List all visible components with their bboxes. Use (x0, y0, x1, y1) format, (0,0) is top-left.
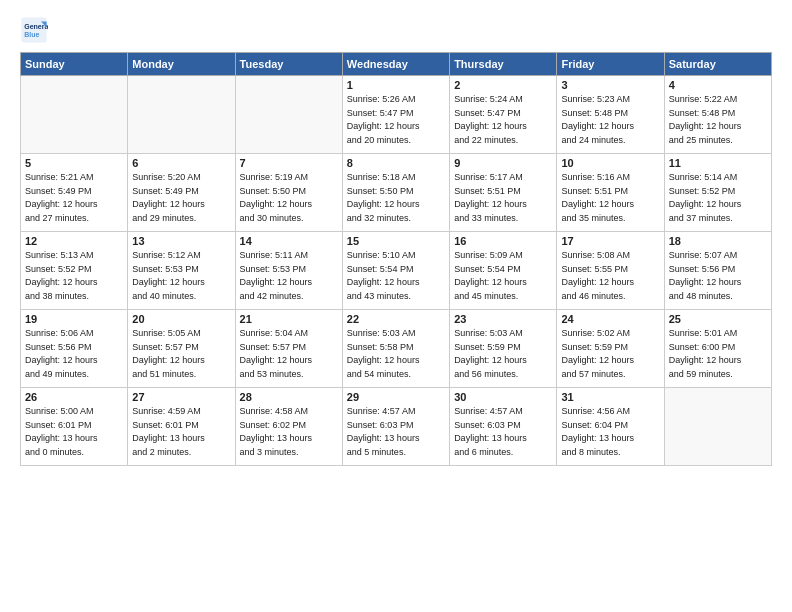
calendar-cell: 20Sunrise: 5:05 AM Sunset: 5:57 PM Dayli… (128, 310, 235, 388)
calendar-cell: 16Sunrise: 5:09 AM Sunset: 5:54 PM Dayli… (450, 232, 557, 310)
calendar-cell: 1Sunrise: 5:26 AM Sunset: 5:47 PM Daylig… (342, 76, 449, 154)
day-info: Sunrise: 4:59 AM Sunset: 6:01 PM Dayligh… (132, 405, 230, 459)
calendar-cell: 29Sunrise: 4:57 AM Sunset: 6:03 PM Dayli… (342, 388, 449, 466)
day-info: Sunrise: 4:57 AM Sunset: 6:03 PM Dayligh… (347, 405, 445, 459)
calendar-cell: 10Sunrise: 5:16 AM Sunset: 5:51 PM Dayli… (557, 154, 664, 232)
day-number: 22 (347, 313, 445, 325)
day-info: Sunrise: 5:17 AM Sunset: 5:51 PM Dayligh… (454, 171, 552, 225)
weekday-header: Wednesday (342, 53, 449, 76)
day-info: Sunrise: 5:26 AM Sunset: 5:47 PM Dayligh… (347, 93, 445, 147)
calendar-cell: 24Sunrise: 5:02 AM Sunset: 5:59 PM Dayli… (557, 310, 664, 388)
day-info: Sunrise: 5:09 AM Sunset: 5:54 PM Dayligh… (454, 249, 552, 303)
day-info: Sunrise: 5:04 AM Sunset: 5:57 PM Dayligh… (240, 327, 338, 381)
day-number: 3 (561, 79, 659, 91)
calendar-cell: 2Sunrise: 5:24 AM Sunset: 5:47 PM Daylig… (450, 76, 557, 154)
day-info: Sunrise: 5:13 AM Sunset: 5:52 PM Dayligh… (25, 249, 123, 303)
day-number: 18 (669, 235, 767, 247)
day-info: Sunrise: 4:58 AM Sunset: 6:02 PM Dayligh… (240, 405, 338, 459)
day-number: 29 (347, 391, 445, 403)
calendar-cell: 13Sunrise: 5:12 AM Sunset: 5:53 PM Dayli… (128, 232, 235, 310)
day-info: Sunrise: 5:03 AM Sunset: 5:59 PM Dayligh… (454, 327, 552, 381)
day-info: Sunrise: 5:20 AM Sunset: 5:49 PM Dayligh… (132, 171, 230, 225)
day-number: 1 (347, 79, 445, 91)
calendar-cell (664, 388, 771, 466)
calendar-cell (235, 76, 342, 154)
day-info: Sunrise: 5:24 AM Sunset: 5:47 PM Dayligh… (454, 93, 552, 147)
logo-icon: General Blue (20, 16, 48, 44)
day-info: Sunrise: 5:21 AM Sunset: 5:49 PM Dayligh… (25, 171, 123, 225)
day-number: 24 (561, 313, 659, 325)
day-number: 12 (25, 235, 123, 247)
weekday-header: Saturday (664, 53, 771, 76)
day-number: 5 (25, 157, 123, 169)
day-number: 6 (132, 157, 230, 169)
calendar-cell: 3Sunrise: 5:23 AM Sunset: 5:48 PM Daylig… (557, 76, 664, 154)
day-number: 25 (669, 313, 767, 325)
day-info: Sunrise: 5:23 AM Sunset: 5:48 PM Dayligh… (561, 93, 659, 147)
calendar-cell: 11Sunrise: 5:14 AM Sunset: 5:52 PM Dayli… (664, 154, 771, 232)
svg-rect-0 (21, 17, 46, 42)
day-number: 14 (240, 235, 338, 247)
day-info: Sunrise: 5:12 AM Sunset: 5:53 PM Dayligh… (132, 249, 230, 303)
day-info: Sunrise: 5:16 AM Sunset: 5:51 PM Dayligh… (561, 171, 659, 225)
day-info: Sunrise: 5:05 AM Sunset: 5:57 PM Dayligh… (132, 327, 230, 381)
calendar-cell: 26Sunrise: 5:00 AM Sunset: 6:01 PM Dayli… (21, 388, 128, 466)
day-info: Sunrise: 5:00 AM Sunset: 6:01 PM Dayligh… (25, 405, 123, 459)
weekday-header: Monday (128, 53, 235, 76)
page-container: General Blue SundayMondayTuesdayWednesda… (0, 0, 792, 476)
calendar-cell: 15Sunrise: 5:10 AM Sunset: 5:54 PM Dayli… (342, 232, 449, 310)
day-info: Sunrise: 5:07 AM Sunset: 5:56 PM Dayligh… (669, 249, 767, 303)
day-number: 9 (454, 157, 552, 169)
day-number: 7 (240, 157, 338, 169)
day-number: 27 (132, 391, 230, 403)
day-info: Sunrise: 5:14 AM Sunset: 5:52 PM Dayligh… (669, 171, 767, 225)
calendar-cell: 30Sunrise: 4:57 AM Sunset: 6:03 PM Dayli… (450, 388, 557, 466)
svg-text:Blue: Blue (24, 31, 39, 38)
calendar-table: SundayMondayTuesdayWednesdayThursdayFrid… (20, 52, 772, 466)
day-number: 16 (454, 235, 552, 247)
calendar-cell (21, 76, 128, 154)
day-info: Sunrise: 5:11 AM Sunset: 5:53 PM Dayligh… (240, 249, 338, 303)
day-number: 28 (240, 391, 338, 403)
calendar-cell: 8Sunrise: 5:18 AM Sunset: 5:50 PM Daylig… (342, 154, 449, 232)
calendar-cell: 6Sunrise: 5:20 AM Sunset: 5:49 PM Daylig… (128, 154, 235, 232)
logo: General Blue (20, 16, 48, 44)
calendar-cell: 14Sunrise: 5:11 AM Sunset: 5:53 PM Dayli… (235, 232, 342, 310)
day-number: 31 (561, 391, 659, 403)
day-number: 2 (454, 79, 552, 91)
weekday-header: Thursday (450, 53, 557, 76)
day-number: 4 (669, 79, 767, 91)
day-number: 20 (132, 313, 230, 325)
calendar-cell: 28Sunrise: 4:58 AM Sunset: 6:02 PM Dayli… (235, 388, 342, 466)
day-info: Sunrise: 5:19 AM Sunset: 5:50 PM Dayligh… (240, 171, 338, 225)
calendar-cell: 9Sunrise: 5:17 AM Sunset: 5:51 PM Daylig… (450, 154, 557, 232)
calendar-cell: 5Sunrise: 5:21 AM Sunset: 5:49 PM Daylig… (21, 154, 128, 232)
day-number: 8 (347, 157, 445, 169)
calendar-cell: 21Sunrise: 5:04 AM Sunset: 5:57 PM Dayli… (235, 310, 342, 388)
calendar-cell: 25Sunrise: 5:01 AM Sunset: 6:00 PM Dayli… (664, 310, 771, 388)
day-info: Sunrise: 5:06 AM Sunset: 5:56 PM Dayligh… (25, 327, 123, 381)
day-info: Sunrise: 5:22 AM Sunset: 5:48 PM Dayligh… (669, 93, 767, 147)
day-number: 10 (561, 157, 659, 169)
weekday-header: Tuesday (235, 53, 342, 76)
header: General Blue (20, 16, 772, 44)
day-info: Sunrise: 5:02 AM Sunset: 5:59 PM Dayligh… (561, 327, 659, 381)
weekday-header: Friday (557, 53, 664, 76)
calendar-cell: 17Sunrise: 5:08 AM Sunset: 5:55 PM Dayli… (557, 232, 664, 310)
weekday-header: Sunday (21, 53, 128, 76)
calendar-cell: 19Sunrise: 5:06 AM Sunset: 5:56 PM Dayli… (21, 310, 128, 388)
day-number: 13 (132, 235, 230, 247)
day-number: 30 (454, 391, 552, 403)
calendar-cell: 18Sunrise: 5:07 AM Sunset: 5:56 PM Dayli… (664, 232, 771, 310)
day-number: 15 (347, 235, 445, 247)
day-number: 11 (669, 157, 767, 169)
calendar-cell: 31Sunrise: 4:56 AM Sunset: 6:04 PM Dayli… (557, 388, 664, 466)
calendar-cell: 12Sunrise: 5:13 AM Sunset: 5:52 PM Dayli… (21, 232, 128, 310)
day-info: Sunrise: 5:10 AM Sunset: 5:54 PM Dayligh… (347, 249, 445, 303)
calendar-cell (128, 76, 235, 154)
day-number: 17 (561, 235, 659, 247)
calendar-cell: 22Sunrise: 5:03 AM Sunset: 5:58 PM Dayli… (342, 310, 449, 388)
day-info: Sunrise: 5:03 AM Sunset: 5:58 PM Dayligh… (347, 327, 445, 381)
day-number: 19 (25, 313, 123, 325)
day-info: Sunrise: 4:56 AM Sunset: 6:04 PM Dayligh… (561, 405, 659, 459)
